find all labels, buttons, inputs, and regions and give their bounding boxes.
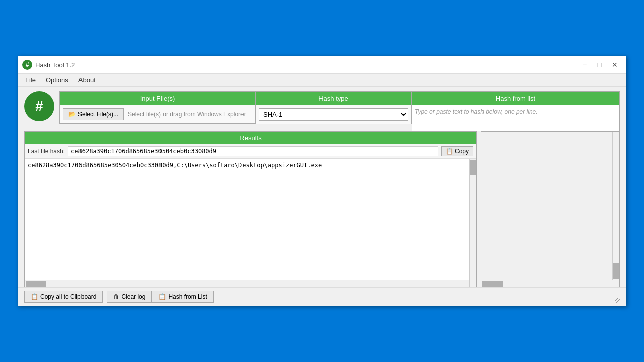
- menu-about[interactable]: About: [73, 75, 101, 85]
- copy-all-label: Copy all to Clipboard: [40, 293, 96, 300]
- main-window: # Hash Tool 1.2 − □ ✕ File Options About…: [18, 56, 626, 306]
- window-title: Hash Tool 1.2: [35, 61, 578, 69]
- hash-list-icon: 📋: [158, 293, 166, 300]
- last-hash-row: Last file hash: ce8628a390c1706d865685e3…: [25, 144, 476, 159]
- last-hash-label: Last file hash:: [28, 148, 65, 155]
- copy-all-button[interactable]: 📋 Copy all to Clipboard: [24, 291, 103, 303]
- hashlist-panel: [481, 131, 620, 287]
- resize-handle: [615, 298, 620, 303]
- columns-wrapper: Input File(s) 📂 Select File(s)... Select…: [59, 91, 620, 131]
- hashlist-scrollbar-thumb: [613, 263, 619, 279]
- file-drop-label: Select file(s) or drag from Windows Expl…: [124, 111, 252, 118]
- hash-from-list-header: Hash from list: [412, 91, 620, 105]
- results-scrollarea: ce8628a390c1706d865685e30504ceb0c33080d9…: [25, 159, 476, 280]
- footer: 📋 Copy all to Clipboard 🗑 Clear log 📋 Ha…: [18, 287, 626, 306]
- app-icon: #: [22, 60, 32, 70]
- logo-symbol: #: [35, 98, 43, 114]
- hash-from-list-label: Hash from List: [168, 293, 207, 300]
- footer-left: 📋 Copy all to Clipboard 🗑 Clear log: [24, 291, 152, 303]
- minimize-button[interactable]: −: [578, 59, 592, 70]
- scrollbar-corner: [469, 280, 476, 287]
- menu-file[interactable]: File: [20, 75, 41, 85]
- copy-label: Copy: [455, 148, 469, 155]
- hashlist-scroll: [481, 132, 619, 280]
- menu-bar: File Options About: [18, 74, 626, 87]
- input-files-column: Input File(s) 📂 Select File(s)... Select…: [59, 91, 256, 131]
- scrollbar-thumb-h: [26, 281, 46, 287]
- hashlist-scrollbar-h[interactable]: [481, 280, 619, 287]
- vertical-scrollbar[interactable]: [469, 159, 476, 280]
- last-hash-value: ce8628a390c1706d865685e30504ceb0c33080d9: [68, 146, 438, 156]
- hash-from-list-area: Type or paste text to hash below, one pe…: [412, 105, 620, 131]
- hash-from-list-column: Hash from list Type or paste text to has…: [412, 91, 620, 131]
- close-button[interactable]: ✕: [608, 59, 622, 70]
- log-text: ce8628a390c1706d865685e30504ceb0c33080d9…: [25, 159, 469, 280]
- copy-hash-button[interactable]: 📋 Copy: [441, 146, 473, 156]
- top-area: # Input File(s) 📂 Select File(s)... Sele…: [18, 87, 626, 131]
- maximize-button[interactable]: □: [593, 59, 607, 70]
- hash-type-header: Hash type: [256, 91, 412, 105]
- window-controls: − □ ✕: [578, 59, 622, 70]
- scrollbar-thumb-v: [470, 160, 476, 175]
- clear-log-icon: 🗑: [113, 293, 119, 300]
- folder-icon: 📂: [68, 111, 76, 118]
- clear-log-button[interactable]: 🗑 Clear log: [107, 291, 152, 303]
- menu-options[interactable]: Options: [41, 75, 73, 85]
- select-files-label: Select File(s)...: [78, 111, 118, 118]
- copy-icon: 📋: [446, 148, 453, 155]
- copy-all-icon: 📋: [31, 293, 38, 300]
- hash-type-row: SHA-1 MD5 SHA-256 SHA-512: [256, 105, 412, 124]
- hashlist-scrollbar-thumb-h: [482, 281, 503, 287]
- results-panel: Results Last file hash: ce8628a390c1706d…: [24, 131, 477, 287]
- hash-type-column: Hash type SHA-1 MD5 SHA-256 SHA-512: [256, 91, 412, 131]
- hashlist-scrollbar-v[interactable]: [612, 132, 619, 280]
- hashlist-input[interactable]: [481, 132, 612, 280]
- title-bar: # Hash Tool 1.2 − □ ✕: [18, 56, 626, 74]
- select-files-button[interactable]: 📂 Select File(s)...: [63, 108, 124, 120]
- clear-log-label: Clear log: [121, 293, 145, 300]
- input-files-row: 📂 Select File(s)... Select file(s) or dr…: [59, 105, 256, 124]
- results-area: Results Last file hash: ce8628a390c1706d…: [18, 131, 626, 287]
- hashlist-placeholder: Type or paste text to hash below, one pe…: [415, 108, 538, 115]
- results-header: Results: [25, 132, 476, 144]
- input-files-header: Input File(s): [59, 91, 256, 105]
- results-log: ce8628a390c1706d865685e30504ceb0c33080d9…: [25, 159, 469, 280]
- hash-type-select[interactable]: SHA-1 MD5 SHA-256 SHA-512: [259, 108, 408, 121]
- horizontal-scrollbar[interactable]: [25, 280, 476, 287]
- app-logo: #: [24, 91, 54, 121]
- hash-from-list-button[interactable]: 📋 Hash from List: [152, 291, 213, 303]
